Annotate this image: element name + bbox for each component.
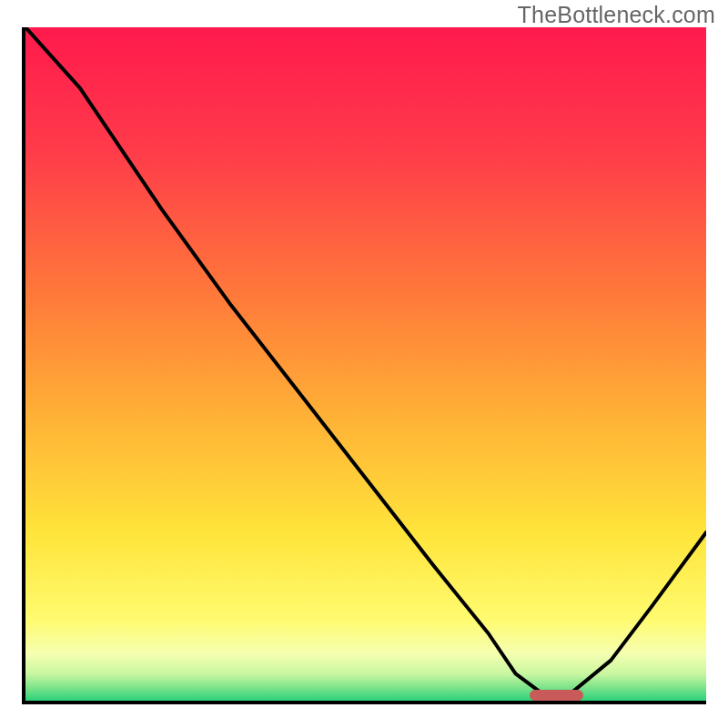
gradient-background bbox=[25, 27, 706, 701]
watermark-text: TheBottleneck.com bbox=[518, 2, 715, 28]
chart-plot-area bbox=[22, 27, 706, 704]
chart-svg bbox=[25, 27, 706, 701]
optimal-marker bbox=[530, 690, 584, 701]
